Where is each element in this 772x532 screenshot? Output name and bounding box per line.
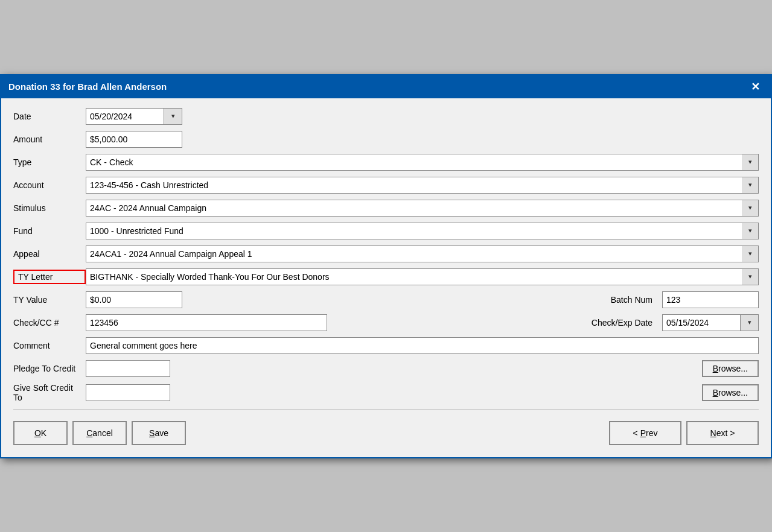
type-dropdown-wrap: CK - Check ▾ [86,154,759,171]
batch-num-input[interactable] [662,291,759,308]
amount-row: Amount [13,131,759,148]
type-row: Type CK - Check ▾ [13,154,759,171]
stimulus-dropdown-wrap: 24AC - 2024 Annual Campaign ▾ [86,200,759,217]
cancel-button[interactable]: Cancel [72,421,127,445]
fund-label: Fund [13,226,86,236]
ty-value-batch-row: TY Value Batch Num [13,291,759,308]
ty-letter-row: TY Letter BIGTHANK - Specially Worded Th… [13,268,759,285]
save-button[interactable]: Save [132,421,186,445]
dialog-body: Date ▾ Amount Type CK - Check ▾ [1,98,771,457]
check-exp-date-group: Check/Exp Date ▾ [327,314,759,331]
amount-label: Amount [13,135,86,144]
check-exp-date-input-wrap: ▾ [662,314,759,331]
browse1-button[interactable]: Browse... [702,360,759,377]
comment-label: Comment [13,341,86,350]
chevron-down-icon: ▾ [748,318,751,326]
dialog-title: Donation 33 for Brad Allen Anderson [8,81,167,92]
prev-button[interactable]: < Prev [609,421,681,445]
type-label: Type [13,157,86,167]
ty-letter-dropdown-wrap: BIGTHANK - Specially Worded Thank-You Fo… [86,268,759,285]
donation-dialog: Donation 33 for Brad Allen Anderson ✕ Da… [0,74,772,458]
stimulus-label: Stimulus [13,203,86,213]
button-row: OK Cancel Save < Prev Next > [13,421,759,445]
ty-letter-label: TY Letter [13,270,86,284]
amount-input[interactable] [86,131,182,148]
next-button[interactable]: Next > [686,421,759,445]
give-soft-credit-input[interactable] [86,384,170,401]
pledge-row: Pledge To Credit Browse... [13,360,759,377]
check-exp-date-dropdown-button[interactable]: ▾ [741,314,759,331]
batch-num-group: Batch Num [182,291,759,308]
close-button[interactable]: ✕ [747,80,764,93]
appeal-row: Appeal 24ACA1 - 2024 Annual Campaign App… [13,245,759,262]
browse2-button[interactable]: Browse... [702,384,759,401]
chevron-down-icon: ▾ [171,112,175,120]
ty-letter-dropdown[interactable]: BIGTHANK - Specially Worded Thank-You Fo… [86,268,759,285]
ty-value-label: TY Value [13,295,86,305]
pledge-to-credit-label: Pledge To Credit [13,364,86,373]
separator [13,410,759,410]
appeal-dropdown[interactable]: 24ACA1 - 2024 Annual Campaign Appeal 1 [86,245,759,262]
batch-num-label: Batch Num [611,295,652,305]
date-row: Date ▾ [13,108,759,125]
date-label: Date [13,112,86,121]
type-dropdown[interactable]: CK - Check [86,154,759,171]
fund-row: Fund 1000 - Unrestricted Fund ▾ [13,223,759,239]
ok-button[interactable]: OK [13,421,68,445]
comment-row: Comment [13,337,759,354]
soft-credit-row: Give Soft Credit To Browse... [13,383,759,402]
checkcc-checkexpdate-row: Check/CC # Check/Exp Date ▾ [13,314,759,331]
check-exp-date-input[interactable] [662,314,741,331]
stimulus-dropdown[interactable]: 24AC - 2024 Annual Campaign [86,200,759,217]
give-soft-credit-label: Give Soft Credit To [13,383,86,402]
account-row: Account 123-45-456 - Cash Unrestricted ▾ [13,177,759,194]
date-input[interactable] [86,108,164,125]
appeal-dropdown-wrap: 24ACA1 - 2024 Annual Campaign Appeal 1 ▾ [86,245,759,262]
checkcc-label: Check/CC # [13,318,86,328]
ty-value-input[interactable] [86,291,182,308]
fund-dropdown-wrap: 1000 - Unrestricted Fund ▾ [86,223,759,239]
account-dropdown[interactable]: 123-45-456 - Cash Unrestricted [86,177,759,194]
account-label: Account [13,180,86,190]
comment-input[interactable] [86,337,759,354]
stimulus-row: Stimulus 24AC - 2024 Annual Campaign ▾ [13,200,759,217]
title-bar: Donation 33 for Brad Allen Anderson ✕ [1,75,771,98]
checkcc-input[interactable] [86,314,327,331]
pledge-to-credit-input[interactable] [86,360,170,377]
date-input-wrap: ▾ [86,108,182,125]
check-exp-date-label: Check/Exp Date [592,318,652,328]
appeal-label: Appeal [13,249,86,259]
fund-dropdown[interactable]: 1000 - Unrestricted Fund [86,223,759,239]
account-dropdown-wrap: 123-45-456 - Cash Unrestricted ▾ [86,177,759,194]
date-dropdown-button[interactable]: ▾ [164,108,182,125]
